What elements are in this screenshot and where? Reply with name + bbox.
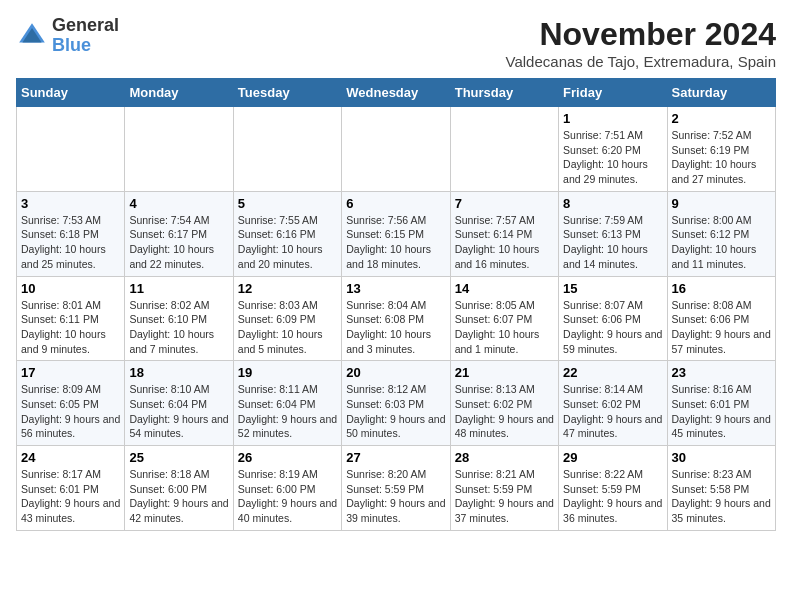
- day-detail: Sunrise: 7:53 AM Sunset: 6:18 PM Dayligh…: [21, 213, 120, 272]
- day-detail: Sunrise: 7:51 AM Sunset: 6:20 PM Dayligh…: [563, 128, 662, 187]
- calendar-cell: 26Sunrise: 8:19 AM Sunset: 6:00 PM Dayli…: [233, 446, 341, 531]
- calendar-cell: 10Sunrise: 8:01 AM Sunset: 6:11 PM Dayli…: [17, 276, 125, 361]
- day-number: 8: [563, 196, 662, 211]
- day-detail: Sunrise: 8:00 AM Sunset: 6:12 PM Dayligh…: [672, 213, 771, 272]
- day-number: 15: [563, 281, 662, 296]
- calendar-cell: 25Sunrise: 8:18 AM Sunset: 6:00 PM Dayli…: [125, 446, 233, 531]
- title-block: November 2024 Valdecanas de Tajo, Extrem…: [506, 16, 776, 70]
- calendar-header-wednesday: Wednesday: [342, 79, 450, 107]
- calendar-cell: 4Sunrise: 7:54 AM Sunset: 6:17 PM Daylig…: [125, 191, 233, 276]
- calendar-cell: [125, 107, 233, 192]
- calendar-cell: 13Sunrise: 8:04 AM Sunset: 6:08 PM Dayli…: [342, 276, 450, 361]
- calendar-cell: [233, 107, 341, 192]
- day-number: 28: [455, 450, 554, 465]
- day-detail: Sunrise: 8:22 AM Sunset: 5:59 PM Dayligh…: [563, 467, 662, 526]
- day-number: 20: [346, 365, 445, 380]
- calendar-cell: [450, 107, 558, 192]
- calendar-header-friday: Friday: [559, 79, 667, 107]
- day-number: 22: [563, 365, 662, 380]
- calendar-week-3: 10Sunrise: 8:01 AM Sunset: 6:11 PM Dayli…: [17, 276, 776, 361]
- calendar-week-4: 17Sunrise: 8:09 AM Sunset: 6:05 PM Dayli…: [17, 361, 776, 446]
- calendar-cell: 14Sunrise: 8:05 AM Sunset: 6:07 PM Dayli…: [450, 276, 558, 361]
- calendar-cell: [17, 107, 125, 192]
- day-detail: Sunrise: 8:07 AM Sunset: 6:06 PM Dayligh…: [563, 298, 662, 357]
- calendar-cell: [342, 107, 450, 192]
- day-detail: Sunrise: 8:02 AM Sunset: 6:10 PM Dayligh…: [129, 298, 228, 357]
- page-header: General Blue November 2024 Valdecanas de…: [16, 16, 776, 70]
- calendar-cell: 21Sunrise: 8:13 AM Sunset: 6:02 PM Dayli…: [450, 361, 558, 446]
- logo: General Blue: [16, 16, 119, 56]
- calendar-table: SundayMondayTuesdayWednesdayThursdayFrid…: [16, 78, 776, 531]
- day-number: 21: [455, 365, 554, 380]
- calendar-cell: 2Sunrise: 7:52 AM Sunset: 6:19 PM Daylig…: [667, 107, 775, 192]
- day-number: 10: [21, 281, 120, 296]
- day-number: 30: [672, 450, 771, 465]
- calendar-cell: 28Sunrise: 8:21 AM Sunset: 5:59 PM Dayli…: [450, 446, 558, 531]
- day-number: 14: [455, 281, 554, 296]
- calendar-cell: 15Sunrise: 8:07 AM Sunset: 6:06 PM Dayli…: [559, 276, 667, 361]
- day-detail: Sunrise: 7:56 AM Sunset: 6:15 PM Dayligh…: [346, 213, 445, 272]
- day-number: 3: [21, 196, 120, 211]
- day-detail: Sunrise: 8:17 AM Sunset: 6:01 PM Dayligh…: [21, 467, 120, 526]
- logo-text: General Blue: [52, 16, 119, 56]
- day-number: 11: [129, 281, 228, 296]
- calendar-cell: 23Sunrise: 8:16 AM Sunset: 6:01 PM Dayli…: [667, 361, 775, 446]
- day-detail: Sunrise: 7:52 AM Sunset: 6:19 PM Dayligh…: [672, 128, 771, 187]
- calendar-cell: 29Sunrise: 8:22 AM Sunset: 5:59 PM Dayli…: [559, 446, 667, 531]
- calendar-cell: 11Sunrise: 8:02 AM Sunset: 6:10 PM Dayli…: [125, 276, 233, 361]
- day-number: 1: [563, 111, 662, 126]
- calendar-header-thursday: Thursday: [450, 79, 558, 107]
- day-detail: Sunrise: 8:10 AM Sunset: 6:04 PM Dayligh…: [129, 382, 228, 441]
- day-detail: Sunrise: 8:14 AM Sunset: 6:02 PM Dayligh…: [563, 382, 662, 441]
- month-year: November 2024: [506, 16, 776, 53]
- day-number: 27: [346, 450, 445, 465]
- day-detail: Sunrise: 8:12 AM Sunset: 6:03 PM Dayligh…: [346, 382, 445, 441]
- calendar-cell: 12Sunrise: 8:03 AM Sunset: 6:09 PM Dayli…: [233, 276, 341, 361]
- day-number: 6: [346, 196, 445, 211]
- calendar-cell: 16Sunrise: 8:08 AM Sunset: 6:06 PM Dayli…: [667, 276, 775, 361]
- day-number: 2: [672, 111, 771, 126]
- calendar-week-2: 3Sunrise: 7:53 AM Sunset: 6:18 PM Daylig…: [17, 191, 776, 276]
- day-detail: Sunrise: 7:57 AM Sunset: 6:14 PM Dayligh…: [455, 213, 554, 272]
- day-detail: Sunrise: 8:11 AM Sunset: 6:04 PM Dayligh…: [238, 382, 337, 441]
- calendar-body: 1Sunrise: 7:51 AM Sunset: 6:20 PM Daylig…: [17, 107, 776, 531]
- day-detail: Sunrise: 8:01 AM Sunset: 6:11 PM Dayligh…: [21, 298, 120, 357]
- day-number: 17: [21, 365, 120, 380]
- day-detail: Sunrise: 8:18 AM Sunset: 6:00 PM Dayligh…: [129, 467, 228, 526]
- calendar-header-sunday: Sunday: [17, 79, 125, 107]
- day-number: 12: [238, 281, 337, 296]
- day-detail: Sunrise: 8:23 AM Sunset: 5:58 PM Dayligh…: [672, 467, 771, 526]
- calendar-cell: 27Sunrise: 8:20 AM Sunset: 5:59 PM Dayli…: [342, 446, 450, 531]
- calendar-cell: 18Sunrise: 8:10 AM Sunset: 6:04 PM Dayli…: [125, 361, 233, 446]
- day-number: 23: [672, 365, 771, 380]
- calendar-cell: 24Sunrise: 8:17 AM Sunset: 6:01 PM Dayli…: [17, 446, 125, 531]
- day-number: 19: [238, 365, 337, 380]
- day-detail: Sunrise: 8:03 AM Sunset: 6:09 PM Dayligh…: [238, 298, 337, 357]
- day-detail: Sunrise: 8:13 AM Sunset: 6:02 PM Dayligh…: [455, 382, 554, 441]
- day-number: 18: [129, 365, 228, 380]
- day-detail: Sunrise: 8:04 AM Sunset: 6:08 PM Dayligh…: [346, 298, 445, 357]
- day-number: 25: [129, 450, 228, 465]
- day-detail: Sunrise: 8:21 AM Sunset: 5:59 PM Dayligh…: [455, 467, 554, 526]
- day-number: 5: [238, 196, 337, 211]
- calendar-cell: 22Sunrise: 8:14 AM Sunset: 6:02 PM Dayli…: [559, 361, 667, 446]
- calendar-cell: 7Sunrise: 7:57 AM Sunset: 6:14 PM Daylig…: [450, 191, 558, 276]
- calendar-week-1: 1Sunrise: 7:51 AM Sunset: 6:20 PM Daylig…: [17, 107, 776, 192]
- calendar-header-monday: Monday: [125, 79, 233, 107]
- calendar-cell: 8Sunrise: 7:59 AM Sunset: 6:13 PM Daylig…: [559, 191, 667, 276]
- calendar-cell: 19Sunrise: 8:11 AM Sunset: 6:04 PM Dayli…: [233, 361, 341, 446]
- day-number: 29: [563, 450, 662, 465]
- day-detail: Sunrise: 8:05 AM Sunset: 6:07 PM Dayligh…: [455, 298, 554, 357]
- day-number: 24: [21, 450, 120, 465]
- calendar-header: SundayMondayTuesdayWednesdayThursdayFrid…: [17, 79, 776, 107]
- calendar-cell: 1Sunrise: 7:51 AM Sunset: 6:20 PM Daylig…: [559, 107, 667, 192]
- calendar-cell: 30Sunrise: 8:23 AM Sunset: 5:58 PM Dayli…: [667, 446, 775, 531]
- day-detail: Sunrise: 8:08 AM Sunset: 6:06 PM Dayligh…: [672, 298, 771, 357]
- day-number: 16: [672, 281, 771, 296]
- day-detail: Sunrise: 7:55 AM Sunset: 6:16 PM Dayligh…: [238, 213, 337, 272]
- logo-icon: [16, 20, 48, 52]
- day-detail: Sunrise: 8:20 AM Sunset: 5:59 PM Dayligh…: [346, 467, 445, 526]
- day-detail: Sunrise: 7:59 AM Sunset: 6:13 PM Dayligh…: [563, 213, 662, 272]
- calendar-cell: 17Sunrise: 8:09 AM Sunset: 6:05 PM Dayli…: [17, 361, 125, 446]
- calendar-cell: 9Sunrise: 8:00 AM Sunset: 6:12 PM Daylig…: [667, 191, 775, 276]
